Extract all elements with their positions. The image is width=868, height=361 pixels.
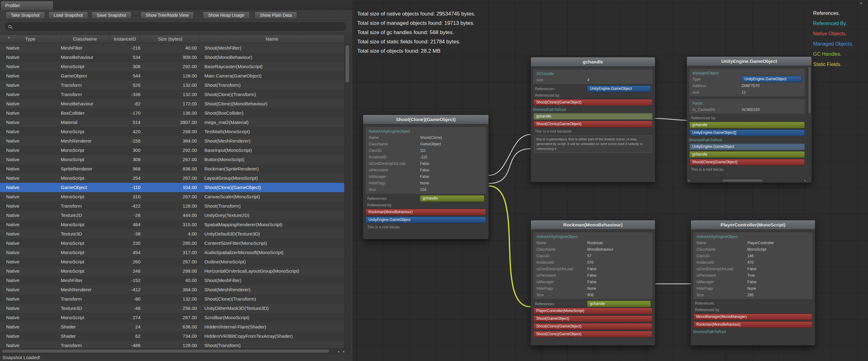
node-scroll-right-icon[interactable]: ▸	[803, 179, 807, 182]
table-row[interactable]: NativeMeshFilter-21640.00Shoot(MeshFilte…	[0, 43, 344, 53]
column-header-name[interactable]: Name	[200, 35, 344, 43]
graph-node-gchandle[interactable]: gchandle GCHandlesize4References:UnityEn…	[531, 57, 655, 182]
reference-chip[interactable]: PlayerController(MonoScript)	[533, 308, 652, 314]
table-row[interactable]: NativeMeshFilter-15240.00Shoot(MeshFilte…	[0, 276, 344, 285]
reference-chip[interactable]: Rockman(MonoBehaviour)	[366, 209, 486, 216]
search-input[interactable]	[11, 24, 346, 29]
reference-chip[interactable]: Shoot(Clone)(GameObject)	[533, 99, 652, 106]
reference-chip[interactable]: UnityEngine.GameObject	[742, 76, 802, 83]
reference-chip[interactable]: Shoot(Clone)(GameObject)	[689, 159, 805, 165]
table-row[interactable]: NativeMonoScript300292.00BaseInput(MonoS…	[0, 145, 344, 155]
table-row[interactable]: NativeMonoScript274267.00Scrollbar(MonoS…	[0, 313, 344, 322]
table-row[interactable]: NativeShader24636.00Hidden/Internal-Flar…	[0, 322, 344, 332]
node-title-bar[interactable]: Shoot(Clone)(GameObject)	[363, 115, 489, 124]
table-row[interactable]: NativeMonoScript454317.00AudioSpatialize…	[0, 248, 344, 257]
horizontal-scrollbar-thumb[interactable]	[2, 349, 329, 353]
graph-node-shoot-clone-gameobject[interactable]: Shoot(Clone)(GameObject) NativeUnityEngi…	[363, 114, 489, 239]
table-row[interactable]: NativeSpriteRenderer568836.00Rockman(Spr…	[0, 164, 344, 173]
reference-chip[interactable]: UnityEngine.GameObject	[587, 86, 651, 92]
edge-shoot-to-rockman[interactable]	[489, 186, 531, 307]
toolbar-button-load-snapshot[interactable]: Load Snapshot	[49, 11, 88, 19]
reference-chip[interactable]: gchandle	[420, 195, 485, 202]
table-row[interactable]: NativeShader62734.00Hidden/VR/BlitCopyFr…	[0, 332, 344, 341]
table-row[interactable]: NativeTexture2D-26444.00UnityGrey(Textur…	[0, 211, 344, 220]
reference-chip[interactable]: Shoot(GameObject)	[533, 316, 652, 322]
table-row[interactable]: NativeMonoScript246299.00HorizontalOrVer…	[0, 266, 344, 276]
table-row[interactable]: NativeTransform526132.00Shoot(Transform)	[0, 80, 344, 90]
node-chip-row: Rockman(MonoBehaviour)	[691, 321, 815, 328]
reference-chip[interactable]: UnityEngine.GameObject	[689, 143, 805, 150]
table-row[interactable]: NativeMonoScript420268.00TestMath(MonoSc…	[0, 127, 344, 136]
reference-chip[interactable]: gchandle	[689, 151, 805, 158]
table-cell: Native	[0, 229, 61, 239]
column-header-instanceid[interactable]: InstanceID	[110, 35, 141, 43]
reference-chip[interactable]: Rockman(MonoBehaviour)	[693, 321, 812, 328]
node-scroll-left-icon[interactable]: ◂	[687, 179, 691, 182]
reference-chip[interactable]: Shoot(Clone)(GameObject)	[533, 323, 652, 330]
graph-node-rockman-monobehaviour[interactable]: Rockman(MonoBehaviour) NativeUnityEngine…	[531, 220, 655, 346]
reference-chip[interactable]: gchandle	[689, 122, 805, 128]
column-header-size-bytes[interactable]: Size (bytes)	[141, 35, 200, 43]
sort-indicator[interactable]: *	[8, 36, 10, 41]
reference-graph-canvas[interactable]: Total size of native objects found: 2953…	[352, 0, 868, 361]
table-row[interactable]: NativeMeshRenderer-412384.00Shoot(MeshRe…	[0, 285, 344, 294]
table-row[interactable]: NativeMonoScript310267.00CanvasScaler(Mo…	[0, 192, 344, 201]
table-cell: -336	[110, 90, 141, 99]
table-row[interactable]: NativeMeshRenderer-156384.00Shoot(MeshRe…	[0, 136, 344, 145]
edge-gchandle-to-gameobject[interactable]	[655, 119, 687, 120]
field-value: False	[747, 267, 756, 271]
reference-chip[interactable]: UnityEngine.GameObject[]	[689, 130, 805, 136]
field-value: False	[420, 161, 429, 166]
toolbar-button-show-plain-data[interactable]: Show Plain Data	[255, 11, 298, 19]
node-title-bar[interactable]: PlayerController(MonoScript)	[691, 220, 815, 230]
node-horizontal-scrollbar[interactable]: ◂ ▸	[687, 178, 807, 183]
node-title-bar[interactable]: UnityEngine.GameObject	[687, 57, 812, 66]
toolbar-button-take-snapshot[interactable]: Take Snapshot	[6, 11, 45, 19]
toolbar-button-show-tree-node-view[interactable]: Show Tree/Node View	[141, 11, 194, 19]
reference-chip[interactable]: MonoManager(MonoManager)	[693, 314, 812, 320]
node-title-bar[interactable]: Rockman(MonoBehaviour)	[531, 220, 655, 230]
toolbar-button-save-snapshot[interactable]: Save Snapshot	[91, 11, 131, 19]
table-horizontal-scrollbar[interactable]: ◂ ▸	[0, 348, 350, 354]
node-vscroll-thumb[interactable]	[808, 67, 811, 113]
table-row[interactable]: NativeBoxCollider-170136.00Shoot(BoxColl…	[0, 108, 344, 118]
table-row[interactable]: NativeMaterial5143907.00mega_mat2(Materi…	[0, 118, 344, 127]
vertical-scrollbar-thumb[interactable]	[345, 45, 349, 83]
toolbar-button-show-heap-usage[interactable]: Show Heap Usage	[203, 11, 250, 19]
table-vertical-scrollbar[interactable]	[344, 43, 350, 348]
table-row[interactable]: NativeMonoScript306292.00BaseRaycaster(M…	[0, 62, 344, 71]
graph-node-unityengine-gameobject[interactable]: UnityEngine.GameObject ManagedObjectType…	[687, 56, 812, 183]
table-row[interactable]: NativeMonoScript254267.00LayoutGroup(Mon…	[0, 173, 344, 183]
table-row[interactable]: NativeGameObject544128.00Main Camera(Gam…	[0, 71, 344, 80]
reference-chip[interactable]: gchandle	[587, 301, 651, 307]
table-row[interactable]: NativeMonoScript308267.00Button(MonoScri…	[0, 155, 344, 164]
table-row[interactable]: NativeTexture3D-384.00UnityDefault3D(Tex…	[0, 229, 344, 239]
table-row[interactable]: NativeMonoScript464315.00SpatialMappingR…	[0, 220, 344, 229]
reference-chip[interactable]: gchandle	[533, 113, 652, 120]
table-row[interactable]: NativeTransform-486128.00Shoot(Transform…	[0, 341, 344, 348]
table-row[interactable]: NativeTransform-336132.00Shoot(Clone)(Tr…	[0, 90, 344, 99]
table-row[interactable]: NativeMonoBehaviour-82172.00Shoot(Clone)…	[0, 99, 344, 108]
table-row[interactable]: NativeMonoBehaviour534908.00Shoot(MonoBe…	[0, 53, 344, 62]
reference-chip[interactable]: Shoot(Clone)(GameObject)	[533, 121, 652, 127]
reference-chip[interactable]: UnityEngine.GameObject	[366, 217, 486, 223]
table-row[interactable]: NativeTexture3D-46256.00UnityDitherMask3…	[0, 304, 344, 313]
node-vertical-scrollbar[interactable]	[807, 66, 812, 177]
window-menu-icon[interactable]: ≡	[860, 1, 864, 6]
edge-shoot-to-gchandle-a[interactable]	[489, 134, 531, 175]
table-row[interactable]: NativeGameObject-110104.00Shoot(Clone)(G…	[0, 183, 344, 192]
node-hscroll-thumb[interactable]	[722, 179, 763, 182]
table-row[interactable]: NativeMonoScript230285.00ContentSizeFitt…	[0, 239, 344, 248]
reference-chip[interactable]: Shoot(Clone)(GameObject)	[533, 331, 652, 337]
tab-profiler[interactable]: Profiler	[1, 1, 53, 10]
table-row[interactable]: NativeTransform-80132.00Shoot(Clone)(Tra…	[0, 294, 344, 304]
graph-node-playercontroller-monoscript[interactable]: PlayerController(MonoScript) NativeUnity…	[691, 220, 815, 346]
node-title-bar[interactable]: gchandle	[531, 57, 655, 67]
scroll-right-icon[interactable]: ▸	[342, 349, 346, 354]
column-header-classname[interactable]: ClassName	[61, 35, 110, 43]
table-row[interactable]: NativeTransform-422128.00Shoot(Transform…	[0, 201, 344, 211]
table-row[interactable]: NativeMonoScript260267.00Outline(MonoScr…	[0, 257, 344, 266]
scroll-left-icon[interactable]: ◂	[336, 349, 341, 354]
node-field-row: HideFlagsNone	[695, 285, 811, 292]
search-box[interactable]	[5, 22, 346, 31]
